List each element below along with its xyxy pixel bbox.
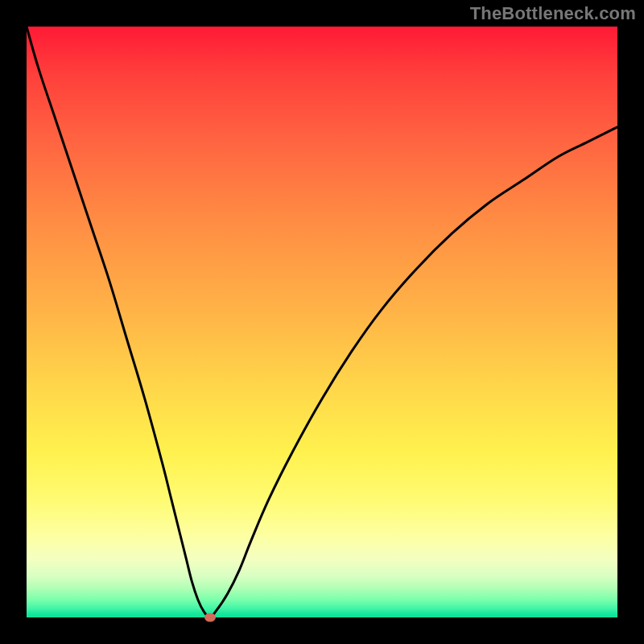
bottleneck-curve bbox=[27, 27, 617, 617]
attribution-text: TheBottleneck.com bbox=[470, 3, 636, 24]
plot-area bbox=[27, 27, 617, 617]
minimum-marker bbox=[204, 613, 216, 622]
curve-svg bbox=[27, 27, 617, 617]
chart-frame: TheBottleneck.com bbox=[0, 0, 644, 644]
